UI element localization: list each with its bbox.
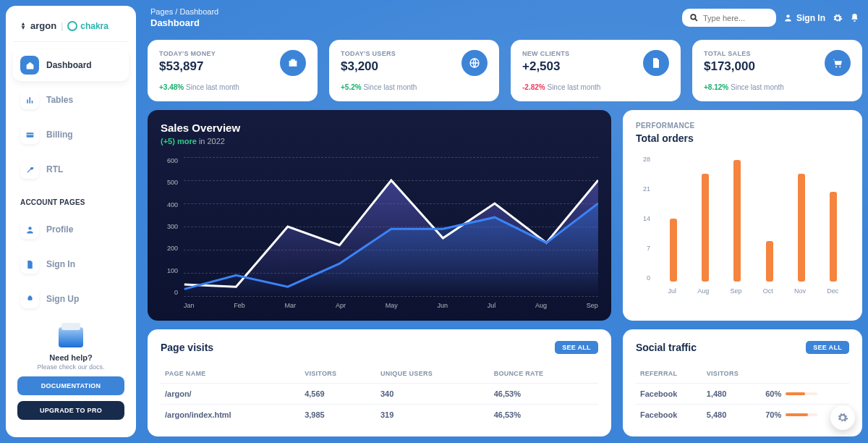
search-box[interactable] [682, 9, 776, 27]
performance-title: Total orders [636, 132, 849, 144]
column-header: PAGE NAME [161, 364, 300, 384]
y-tick: 14 [636, 215, 650, 222]
sidebar-item-billing[interactable]: Billing [13, 119, 129, 151]
x-tick: Jun [437, 302, 448, 309]
x-tick: Aug [697, 287, 709, 295]
person-icon [783, 13, 793, 22]
help-subtitle: Please check our docs. [17, 363, 124, 371]
sidebar-item-signup[interactable]: Sign Up [13, 283, 129, 315]
bar [670, 219, 677, 282]
column-header: VISITORS [300, 364, 376, 384]
stat-label: NEW CLIENTS [522, 50, 569, 57]
table-row[interactable]: Facebook1,48060% [636, 384, 849, 405]
stat-delta: +3.48% [159, 83, 184, 91]
bar [733, 160, 741, 282]
bar [702, 174, 709, 282]
brand-chakra: chakra [67, 21, 109, 31]
sidebar-item-signin[interactable]: Sign In [13, 248, 129, 280]
cell-pct: 60% [761, 384, 849, 405]
stat-delta: -2.82% [522, 83, 545, 91]
main: Pages / Dashboard Dashboard Sign In [148, 6, 862, 437]
sidebar-heading-account: ACCOUNT PAGES [13, 188, 129, 211]
x-tick: Nov [794, 287, 806, 295]
bar [798, 174, 805, 282]
gear-icon[interactable] [833, 13, 843, 23]
x-tick: Oct [763, 287, 773, 295]
sales-line-chart: 6005004003002001000JanFebMarAprMayJunJul… [161, 157, 598, 309]
x-tick: Feb [234, 302, 245, 309]
stat-since: Since last month [731, 83, 784, 91]
search-input[interactable] [703, 14, 765, 22]
person-icon [20, 220, 39, 239]
brand-argon: argon [19, 20, 56, 31]
svg-point-7 [839, 66, 841, 67]
bars [658, 156, 849, 282]
stat-footer: +8.12% Since last month [704, 83, 851, 91]
signin-link[interactable]: Sign In [783, 13, 825, 23]
wallet-icon [280, 50, 306, 76]
help-illustration-icon [59, 327, 83, 347]
cell-unique: 340 [376, 384, 490, 405]
svg-point-4 [786, 14, 789, 17]
see-all-button[interactable]: SEE ALL [555, 341, 598, 354]
stat-footer: +3.48% Since last month [159, 83, 306, 91]
cell-unique: 319 [376, 405, 490, 426]
topbar-right: Sign In [682, 9, 859, 27]
stat-label: TODAY'S MONEY [159, 50, 216, 57]
cell-visitors: 4,569 [300, 384, 376, 405]
x-axis: JulAugSepOctNovDec [658, 287, 849, 295]
sidebar-item-label: RTL [46, 164, 63, 174]
bell-icon[interactable] [850, 13, 859, 22]
gear-icon [837, 412, 848, 423]
y-tick: 28 [636, 156, 650, 163]
globe-icon [461, 50, 488, 76]
social-traffic-title: Social traffic [636, 342, 697, 353]
upgrade-button[interactable]: UPGRADE TO PRO [17, 401, 124, 420]
brand-separator: | [61, 21, 63, 31]
table-row[interactable]: /argon/4,56934046,53% [161, 384, 598, 405]
sidebar-item-label: Billing [46, 130, 73, 140]
progress-bar [786, 413, 817, 416]
stat-label: TODAY'S USERS [341, 50, 396, 57]
crumb-page: Dashboard [179, 7, 218, 16]
home-icon [20, 56, 39, 75]
sales-title: Sales Overview [161, 122, 598, 134]
table-row[interactable]: Facebook5,48070% [636, 405, 849, 426]
svg-point-2 [28, 227, 31, 229]
crumb-root[interactable]: Pages [150, 7, 173, 16]
progress-bar [786, 392, 817, 395]
stats-row: TODAY'S MONEY$53,897+3.48% Since last mo… [148, 40, 862, 101]
sidebar-item-rtl[interactable]: RTL [13, 153, 129, 185]
performance-panel: PERFORMANCE Total orders 28211470JulAugS… [623, 110, 862, 321]
x-tick: Jul [668, 287, 677, 295]
sidebar-item-profile[interactable]: Profile [13, 214, 129, 245]
cell-page: /argon/index.html [161, 405, 300, 426]
sidebar-item-dashboard[interactable]: Dashboard [13, 49, 129, 81]
x-tick: Aug [535, 302, 547, 309]
documentation-button[interactable]: DOCUMENTATION [17, 376, 124, 395]
settings-fab[interactable] [830, 405, 855, 430]
table-row[interactable]: /argon/index.html3,98531946,53% [161, 405, 598, 426]
page-visits-panel: Page visits SEE ALL PAGE NAMEVISITORSUNI… [148, 329, 611, 436]
chart-bars-icon [20, 90, 39, 109]
x-axis: JanFebMarAprMayJunJulAugSep [184, 302, 598, 309]
stat-value: $173,000 [704, 59, 755, 74]
cell-visitors: 1,480 [702, 384, 761, 405]
sales-sub-rest: in 2022 [197, 137, 225, 145]
sidebar-item-label: Sign In [46, 259, 75, 269]
signin-label: Sign In [796, 13, 825, 23]
stat-delta: +5.2% [341, 83, 362, 91]
column-header: UNIQUE USERS [376, 364, 490, 384]
performance-label: PERFORMANCE [636, 122, 849, 130]
help-title: Need help? [17, 353, 124, 362]
cell-page: /argon/ [161, 384, 300, 405]
cell-visitors: 5,480 [702, 405, 761, 426]
bar [766, 241, 773, 282]
document-icon [643, 50, 669, 76]
orders-bar-chart: 28211470JulAugSepOctNovDec [636, 156, 849, 295]
see-all-button[interactable]: SEE ALL [806, 341, 849, 354]
stat-card: NEW CLIENTS+2,503-2.82% Since last month [511, 40, 681, 101]
stat-value: $53,897 [159, 59, 216, 74]
sidebar-item-tables[interactable]: Tables [13, 84, 129, 116]
x-tick: Jan [184, 302, 195, 309]
